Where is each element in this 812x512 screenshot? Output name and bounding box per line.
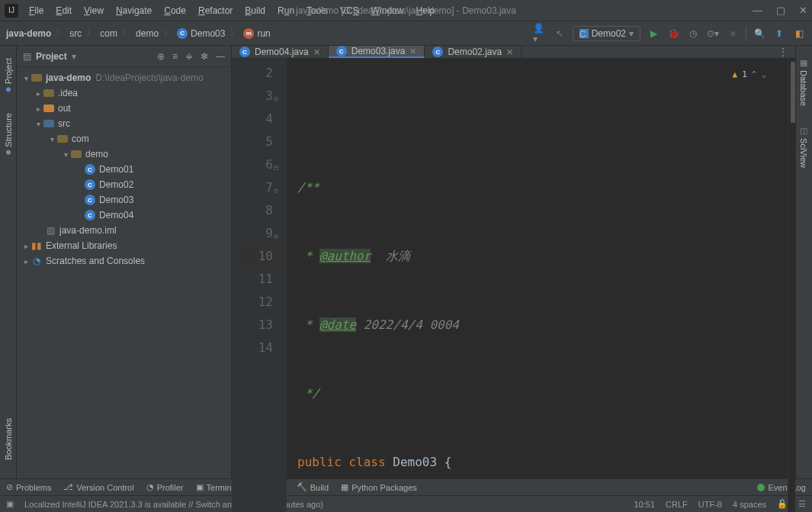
minimize-button[interactable]: — <box>753 5 762 16</box>
close-icon[interactable]: ✕ <box>506 47 513 57</box>
tool-project-tab[interactable]: Project <box>2 50 14 99</box>
tree-demo01[interactable]: CDemo01 <box>17 162 231 177</box>
expand-all-icon[interactable]: ≡ <box>172 51 178 62</box>
update-icon[interactable]: ⬆ <box>772 27 786 40</box>
tree-demo03[interactable]: CDemo03 <box>17 192 231 208</box>
tool-profiler[interactable]: ◔Profiler <box>146 482 184 492</box>
close-icon[interactable]: ✕ <box>409 47 416 56</box>
code-editor[interactable]: 2 3 4 5 6 7 8 9 10 11 12 13 14 ⊖ ⊖ ⊖ ⊟ /… <box>232 59 795 512</box>
sidepanel-title: Project <box>36 51 67 62</box>
ide-icon[interactable]: ☰ <box>798 499 806 509</box>
terminal-icon: ▣ <box>196 482 204 492</box>
menu-edit[interactable]: Edit <box>51 4 76 18</box>
branch-icon: ⎇ <box>63 482 73 492</box>
menu-navigate[interactable]: Navigate <box>111 4 156 18</box>
inspection-indicator[interactable]: ▲ 1 ^ ⌄ <box>733 63 767 86</box>
tool-structure-tab[interactable]: Structure <box>2 105 14 163</box>
code-content[interactable]: /** * @author 水滴 * @date 2022/4/4 0004 *… <box>287 59 788 512</box>
profile-button[interactable]: ⊙▾ <box>706 27 720 40</box>
hide-icon[interactable]: — <box>216 51 225 62</box>
class-icon: C <box>336 46 347 56</box>
breadcrumb: java-demo 〉 src 〉 com 〉 demo 〉 C Demo03 … <box>6 27 271 40</box>
tree-out[interactable]: ▸out <box>17 101 231 116</box>
tool-vcs[interactable]: ⎇Version Control <box>63 482 133 492</box>
scrollbar[interactable] <box>788 59 795 512</box>
close-button[interactable]: ✕ <box>799 5 807 16</box>
ide-settings-icon[interactable]: ◧ <box>792 27 806 40</box>
debug-button[interactable]: 🐞 <box>666 27 680 40</box>
gutter: 2 3 4 5 6 7 8 9 10 11 12 13 14 ⊖ ⊖ ⊖ ⊟ <box>232 59 287 512</box>
crumb-src[interactable]: src <box>69 28 82 39</box>
tree-demo04[interactable]: CDemo04 <box>17 208 231 223</box>
tree-scratches[interactable]: ▸◔Scratches and Consoles <box>17 253 231 269</box>
run-config-label: Demo02 <box>592 28 626 39</box>
class-icon: C <box>579 29 589 38</box>
crumb-pkg1[interactable]: com <box>100 28 117 39</box>
class-icon: C <box>239 47 250 57</box>
menu-view[interactable]: View <box>79 4 108 18</box>
tool-problems[interactable]: ⊘Problems <box>6 482 51 492</box>
app-logo: IJ <box>5 4 18 18</box>
profiler-icon: ◔ <box>146 482 154 492</box>
project-tree: ▾java-demoD:\IdeaProjects\java-demo ▸.id… <box>17 67 231 478</box>
tree-root[interactable]: ▾java-demoD:\IdeaProjects\java-demo <box>17 70 231 85</box>
collapse-all-icon[interactable]: ≑ <box>185 51 193 62</box>
tree-iml[interactable]: ▥java-demo.iml <box>17 223 231 238</box>
crumb-pkg2[interactable]: demo <box>136 28 159 39</box>
class-icon: C <box>432 47 443 57</box>
run-button[interactable]: ▶ <box>647 27 660 40</box>
window-title: java-demo [D:\IdeaProjects\java-demo] - … <box>296 5 516 16</box>
tree-demo02[interactable]: CDemo02 <box>17 177 231 192</box>
menu-run[interactable]: Run <box>273 4 299 18</box>
crumb-class[interactable]: Demo03 <box>191 28 225 39</box>
crumb-method[interactable]: run <box>257 28 270 39</box>
tree-demo[interactable]: ▾demo <box>17 147 231 162</box>
tab-demo02[interactable]: CDemo02.java✕ <box>425 46 522 58</box>
menu-file[interactable]: File <box>24 4 48 18</box>
tab-demo04[interactable]: CDemo04.java✕ <box>232 46 329 58</box>
settings-icon[interactable]: ✻ <box>201 51 208 62</box>
search-icon[interactable]: 🔍 <box>753 27 766 40</box>
stop-button[interactable]: ■ <box>726 27 740 40</box>
tree-external-libs[interactable]: ▸▮▮External Libraries <box>17 238 231 253</box>
warning-icon: ▲ <box>733 63 738 86</box>
crumb-project[interactable]: java-demo <box>6 28 51 39</box>
coverage-button[interactable]: ◷ <box>686 27 700 40</box>
run-config-selector[interactable]: C Demo02 ▾ <box>573 26 640 41</box>
close-icon[interactable]: ✕ <box>313 47 320 57</box>
method-icon: m <box>243 28 254 39</box>
menu-refactor[interactable]: Refactor <box>194 4 237 18</box>
user-icon[interactable]: 👤▾ <box>533 27 547 40</box>
tool-database-tab[interactable]: ▦ Database <box>798 50 810 114</box>
problems-icon: ⊘ <box>6 482 13 492</box>
tree-idea[interactable]: ▸.idea <box>17 85 231 101</box>
tree-src[interactable]: ▾src <box>17 116 231 131</box>
back-action-icon[interactable]: ↖ <box>553 27 566 40</box>
tree-com[interactable]: ▾com <box>17 131 231 147</box>
menu-build[interactable]: Build <box>240 4 270 18</box>
menu-code[interactable]: Code <box>159 4 191 18</box>
maximize-button[interactable]: ▢ <box>776 5 785 16</box>
class-icon: C <box>177 28 188 39</box>
tab-demo03[interactable]: CDemo03.java✕ <box>329 46 425 58</box>
tabs-more-icon[interactable]: ⋮ <box>771 46 795 58</box>
folder-icon: ▤ <box>23 51 31 62</box>
tool-bookmarks-tab[interactable]: Bookmarks <box>2 411 14 468</box>
toolwindows-button[interactable]: ▣ <box>6 499 14 509</box>
select-opened-icon[interactable]: ⊕ <box>157 51 165 62</box>
tool-sciview-tab[interactable]: ◫ SciView <box>798 118 810 175</box>
